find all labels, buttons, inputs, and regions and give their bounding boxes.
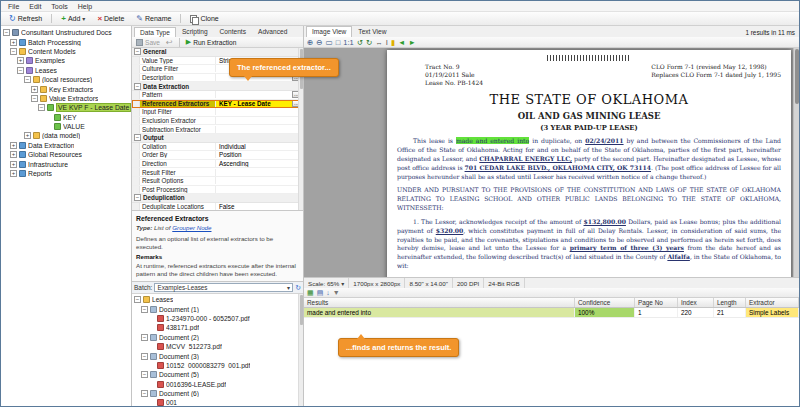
batch-refresh-icon[interactable]: ↻: [295, 284, 301, 292]
actual-size-icon[interactable]: 1:1: [343, 38, 353, 47]
tree-item-value[interactable]: VALUE: [1, 122, 131, 131]
property-row-exclusion-extractor[interactable]: Exclusion Extractor: [132, 117, 303, 126]
property-row-deduplicate-locations[interactable]: Deduplicate LocationsFalse: [132, 203, 303, 211]
refresh-button[interactable]: ↻ Refresh: [4, 13, 47, 25]
tree-item-1-234970-000-6052507-pdf[interactable]: 1-234970-000 - 6052507.pdf: [132, 314, 303, 323]
expand-icon[interactable]: +: [31, 86, 38, 93]
collapse-icon[interactable]: −: [141, 371, 148, 378]
tree-item-leases[interactable]: −Leases: [132, 295, 303, 304]
tree-item-ve-kvp-f-lease-date[interactable]: −VE KVP F - Lease Date: [1, 103, 131, 112]
collapse-icon[interactable]: −: [134, 48, 141, 55]
collapse-icon[interactable]: −: [3, 29, 10, 36]
extraction-highlight[interactable]: made and entered into: [456, 137, 529, 144]
run-extraction-button[interactable]: ▶ Run Extraction: [184, 38, 239, 46]
copy-results-icon[interactable]: ▤: [317, 289, 324, 297]
zoom-in-icon[interactable]: ⊕: [307, 38, 313, 47]
export-results-icon[interactable]: ↓: [326, 289, 330, 297]
collapse-icon[interactable]: −: [134, 296, 141, 303]
pan-icon[interactable]: ↔: [375, 38, 383, 47]
tab-contents[interactable]: Contents: [214, 26, 252, 37]
tree-item-document-1[interactable]: −Document (1): [132, 304, 303, 313]
property-value[interactable]: False: [216, 203, 303, 210]
expand-icon[interactable]: +: [10, 161, 17, 168]
property-row-input-filter[interactable]: Input Filter: [132, 108, 303, 117]
grouper-node-link[interactable]: Grouper Node: [172, 224, 211, 231]
zoom-selection-icon[interactable]: □: [336, 38, 341, 47]
tree-item-local-resources[interactable]: −(local resources): [1, 75, 131, 84]
delete-button[interactable]: × Delete: [92, 13, 129, 25]
tab-advanced[interactable]: Advanced: [252, 26, 293, 37]
rename-button[interactable]: ✎ Rename: [131, 13, 176, 25]
tree-item-data-model[interactable]: +(data model): [1, 131, 131, 140]
tree-item-key[interactable]: KEY: [1, 113, 131, 122]
tree-item-438171-pdf[interactable]: 438171.pdf: [132, 323, 303, 332]
column-header-results[interactable]: Results: [304, 298, 575, 307]
tree-item-document-2[interactable]: −Document (2): [132, 333, 303, 342]
property-row-direction[interactable]: DirectionAscending: [132, 160, 303, 169]
property-category-data-extraction[interactable]: −Data Extraction: [132, 82, 303, 91]
collapse-icon[interactable]: −: [141, 306, 148, 313]
tree-item-leases[interactable]: −Leases: [1, 66, 131, 75]
tree-item-mcvv-512273-pdf[interactable]: MCVV_512273.pdf: [132, 342, 303, 351]
highlight-icon[interactable]: ▮: [391, 38, 395, 47]
collapse-icon[interactable]: −: [38, 104, 45, 111]
tree-item-document-3[interactable]: −Document (3): [132, 351, 303, 360]
property-value[interactable]: Ascending: [216, 160, 303, 167]
collapse-icon[interactable]: −: [141, 353, 148, 360]
tree-item-consultant-unstructured-docs[interactable]: −Consultant Unstructured Docs: [1, 28, 131, 37]
save-button[interactable]: Save: [134, 39, 162, 46]
collapse-icon[interactable]: −: [134, 134, 141, 141]
document-viewport[interactable]: Tract No. 901/19/2011 SaleLease No. PB-1…: [304, 48, 799, 277]
zoom-fit-icon[interactable]: ▭: [326, 38, 333, 47]
property-row-pattern[interactable]: Pattern...: [132, 91, 303, 100]
property-row-collation[interactable]: CollationIndividual: [132, 143, 303, 152]
tree-item-data-extraction[interactable]: +Data Extraction: [1, 141, 131, 150]
tab-text-view[interactable]: Text View: [352, 26, 392, 37]
collapse-icon[interactable]: −: [141, 334, 148, 341]
property-row-post-processing[interactable]: Post Processing: [132, 186, 303, 195]
property-row-referenced-extractors[interactable]: Referenced ExtractorsKEY - Lease Date...: [132, 100, 303, 109]
add-dropdown-caret[interactable]: ▾: [82, 15, 85, 22]
column-header-page-no[interactable]: Page No: [635, 298, 678, 307]
prev-page-icon[interactable]: ◄: [398, 38, 405, 47]
tree-item-document-5[interactable]: −Document (5): [132, 370, 303, 379]
tree-item-10152-0000083279-001-pdf[interactable]: 10152_0000083279_001.pdf: [132, 361, 303, 370]
property-category-general[interactable]: −General: [132, 48, 303, 57]
tree-item-examples[interactable]: +Examples: [1, 56, 131, 65]
property-value[interactable]: Individual: [216, 143, 303, 150]
column-header-index[interactable]: Index: [678, 298, 714, 307]
property-row-result-options[interactable]: Result Options: [132, 177, 303, 186]
tab-data-type[interactable]: Data Type: [134, 27, 176, 37]
tree-item-key-extractors[interactable]: +Key Extractors: [1, 84, 131, 93]
results-grid-icon[interactable]: ▦: [307, 289, 314, 297]
menu-file[interactable]: File: [4, 3, 23, 10]
tree-item-batch-processing[interactable]: +Batch Processing: [1, 37, 131, 46]
property-row-order-by[interactable]: Order ByPosition: [132, 151, 303, 160]
property-category-output[interactable]: −Output: [132, 134, 303, 143]
property-row-subtraction-extractor[interactable]: Subtraction Extractor: [132, 125, 303, 134]
expand-icon[interactable]: +: [17, 57, 24, 64]
scale-select[interactable]: Scale: 65% ▾: [304, 278, 349, 288]
tab-image-view[interactable]: Image View: [306, 26, 352, 37]
tree-item-001[interactable]: 001: [132, 398, 303, 406]
collapse-icon[interactable]: −: [10, 48, 17, 55]
column-header-confidence[interactable]: Confidence: [575, 298, 635, 307]
collapse-icon[interactable]: −: [134, 194, 141, 201]
tree-item-value-extractors[interactable]: −Value Extractors: [1, 94, 131, 103]
expand-icon[interactable]: +: [10, 170, 17, 177]
tree-item-global-resources[interactable]: +Global Resources: [1, 150, 131, 159]
property-value[interactable]: KEY - Lease Date: [216, 100, 292, 107]
collapse-icon[interactable]: −: [24, 76, 31, 83]
batch-selector[interactable]: Examples-Leases ▾: [154, 283, 293, 292]
expand-icon[interactable]: +: [10, 142, 17, 149]
collapse-icon[interactable]: −: [134, 83, 141, 90]
tree-item-infrastructure[interactable]: +Infrastructure: [1, 159, 131, 168]
rotate-left-icon[interactable]: ↺: [357, 38, 363, 47]
collapse-icon[interactable]: −: [17, 67, 24, 74]
tree-item-content-models[interactable]: −Content Models: [1, 47, 131, 56]
tree-item-reports[interactable]: +Reports: [1, 169, 131, 178]
undo-button[interactable]: ↩: [164, 38, 175, 47]
menu-edit[interactable]: Edit: [25, 3, 45, 10]
column-header-extractor[interactable]: Extractor: [746, 298, 799, 307]
menu-help[interactable]: Help: [74, 3, 96, 10]
